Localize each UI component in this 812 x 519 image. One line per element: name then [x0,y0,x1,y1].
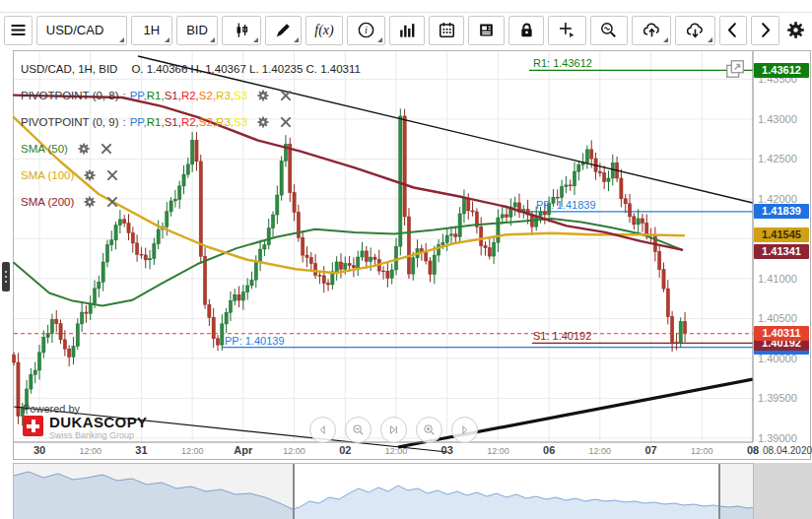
candle [123,220,126,224]
legend-indicator-row: SMA (100) [21,162,374,188]
candle [462,198,465,214]
candle [484,246,487,248]
candle [641,219,643,224]
candle [501,215,504,218]
candle [370,257,372,261]
indicator-settings-button[interactable] [256,115,270,129]
pivot-item-PP: PP, [130,116,147,128]
period-select[interactable]: 1H [131,16,172,45]
detach-chart-button[interactable] [724,58,746,80]
candle [258,249,261,262]
candle [386,271,389,278]
y-axis-label: 1.43000 [758,113,797,125]
chevron-left-icon [723,21,742,39]
chevron-right-icon [756,21,775,39]
y-axis-label: 1.42000 [758,193,797,205]
candle [322,276,325,284]
back-button[interactable] [719,16,748,45]
candle [72,347,75,357]
indicator-remove-button[interactable] [279,115,293,129]
indicator-remove-button[interactable] [279,89,293,102]
candle [118,220,121,226]
candle [675,343,678,344]
candle [480,227,483,245]
calendar-button[interactable] [429,16,464,45]
pan-right-button[interactable] [451,417,478,443]
navigator-series [14,464,754,519]
series-title: USD/CAD, 1H, BID [21,63,117,75]
candle [30,374,33,389]
go-to-latest-button[interactable] [380,417,407,443]
candle [85,312,88,313]
candle [471,211,474,212]
volume-button[interactable] [389,16,425,45]
indicator-settings-button[interactable] [83,195,97,209]
candle [102,262,104,282]
indicator-settings-button[interactable] [256,89,270,102]
zoom-in-button[interactable] [416,417,442,443]
chart-search-button[interactable] [590,16,628,45]
indicator-remove-button[interactable] [105,195,119,209]
candle [136,243,139,254]
toolbar: USD/CAD 1H BID f(x) [4,15,808,45]
candle [445,235,448,242]
candle [352,266,355,268]
magnifier-plus-icon [422,422,437,437]
candle [361,251,364,257]
brand-name: DUKASCOPY [49,416,147,429]
save-upload-button[interactable] [632,16,671,45]
indicator-settings-button[interactable] [83,168,97,182]
candle [148,259,151,260]
ohlc-row: USD/CAD, 1H, BID O. 1.40366 H. 1.40367 L… [21,55,374,82]
crosshair-button[interactable] [548,16,585,45]
candle [348,264,351,266]
sma-50-line[interactable] [14,219,682,305]
candle [318,275,321,276]
candle [569,185,572,186]
news-button[interactable] [468,16,504,45]
price-side-select[interactable]: BID [176,16,218,45]
candle [497,218,500,242]
menu-button[interactable] [4,16,33,45]
candle [666,289,669,316]
price-side-label: BID [186,23,208,37]
chart-navigator[interactable] [13,463,754,519]
settings-button[interactable] [783,16,808,45]
instrument-select[interactable]: USD/CAD [36,16,127,45]
indicator-name: SMA (50) [21,143,68,155]
pivot-item-R2: R2, [181,90,199,101]
pivot-item-R1: R1, [147,116,165,128]
legend-indicator-row: PIVOTPOINT (0, 9):PP, R1, S1, R2, S2, R3… [21,108,374,135]
lock-button[interactable] [508,16,544,45]
calendar-icon [438,21,456,39]
load-download-button[interactable] [675,16,714,45]
candle [305,255,308,257]
indicator-settings-button[interactable] [77,142,91,156]
forward-button[interactable] [751,16,779,45]
ohlc-values: O. 1.40366 H. 1.40367 L. 1.40235 C. 1.40… [131,63,361,75]
panel-splitter-handle[interactable] [2,262,10,292]
indicators-button[interactable]: f(x) [305,16,343,45]
price-axis[interactable]: 1.435001.430001.425001.420001.415001.410… [754,51,811,442]
time-axis[interactable]: 3012:003112:00Apr12:000212:000312:000612… [14,443,812,459]
indicator-remove-button[interactable] [100,142,113,156]
candle [590,150,593,159]
y-axis-label: 1.39500 [758,392,797,404]
chart-type-button[interactable] [222,16,261,45]
info-button[interactable] [347,16,384,45]
candle [234,294,237,300]
candle [433,255,436,275]
indicator-remove-button[interactable] [105,168,119,182]
candle [302,237,304,255]
candle [263,245,266,249]
pan-left-button[interactable] [309,417,336,443]
candle [620,178,623,199]
candle [412,258,415,274]
zoom-out-button[interactable] [345,417,372,443]
draw-button[interactable] [265,16,301,45]
candle [607,178,610,181]
legend-indicator-row: SMA (200) [21,188,374,215]
candle [373,257,376,259]
x-axis-label: 12:00 [691,446,713,456]
legend-indicator-row: SMA (50) [21,135,374,162]
